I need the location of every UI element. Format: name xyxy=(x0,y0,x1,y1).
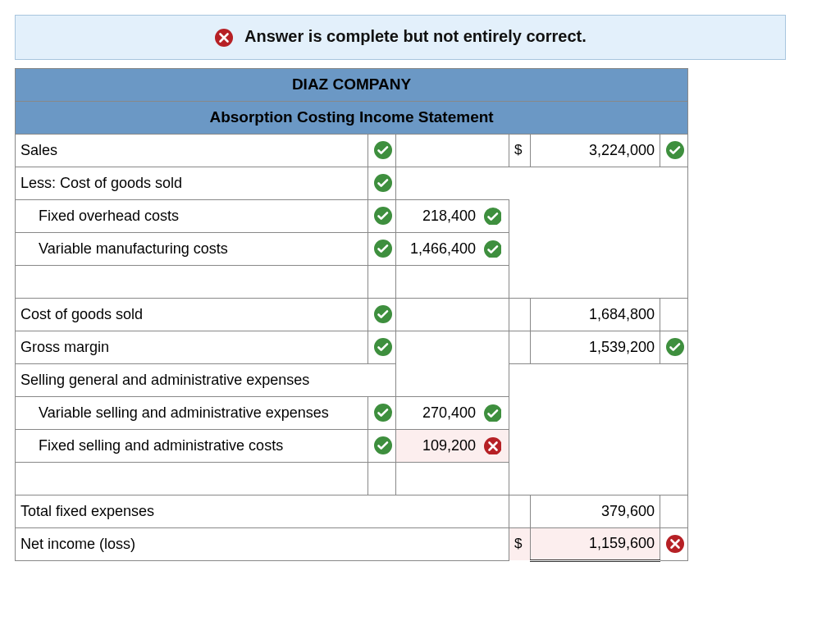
status-banner-text: Answer is complete but not entirely corr… xyxy=(244,27,587,45)
income-statement-table: DIAZ COMPANY Absorption Costing Income S… xyxy=(15,68,688,562)
row-vmc-label-mark xyxy=(368,232,396,265)
row-sales-total-mark xyxy=(660,134,688,167)
row-foh-blank xyxy=(509,199,688,232)
row-vsa-label-mark xyxy=(368,396,396,429)
row-cogs-sub[interactable] xyxy=(396,298,509,331)
row-blank2-chk xyxy=(368,462,396,495)
row-blank1-right xyxy=(509,265,688,298)
row-foh-label-mark xyxy=(368,199,396,232)
check-icon xyxy=(665,337,685,357)
check-icon xyxy=(665,140,685,160)
row-tfe-sym xyxy=(509,495,531,527)
error-icon xyxy=(483,436,501,454)
row-blank1-sub[interactable] xyxy=(396,265,509,298)
row-vmc-blank xyxy=(509,232,688,265)
row-ni-mark xyxy=(660,527,688,560)
row-ni-total[interactable]: 1,159,600 xyxy=(531,527,660,560)
row-sales-label[interactable]: Sales xyxy=(16,134,368,167)
row-gm-total-mark xyxy=(660,331,688,363)
check-icon xyxy=(373,403,393,422)
row-cogs-label[interactable]: Cost of goods sold xyxy=(16,298,368,331)
row-tfe-label[interactable]: Total fixed expenses xyxy=(16,495,509,527)
row-foh-sub[interactable]: 218,400 xyxy=(396,199,509,232)
row-sga-sub xyxy=(396,363,509,396)
row-vsa-label[interactable]: Variable selling and administrative expe… xyxy=(16,396,368,429)
row-vmc-sub[interactable]: 1,466,400 xyxy=(396,232,509,265)
check-icon xyxy=(373,337,393,357)
row-gm-label-mark xyxy=(368,331,396,363)
check-icon xyxy=(373,173,393,193)
row-vmc-label[interactable]: Variable manufacturing costs xyxy=(16,232,368,265)
row-fsa-right xyxy=(509,429,688,462)
status-banner: Answer is complete but not entirely corr… xyxy=(15,15,786,60)
row-ni-label[interactable]: Net income (loss) xyxy=(16,527,509,560)
row-fsa-label[interactable]: Fixed selling and administrative costs xyxy=(16,429,368,462)
row-cogs-sym xyxy=(509,298,531,331)
company-header: DIAZ COMPANY xyxy=(16,68,688,101)
check-icon xyxy=(373,206,393,226)
row-ni-sym: $ xyxy=(509,527,531,560)
row-less-cogs-label[interactable]: Less: Cost of goods sold xyxy=(16,167,368,199)
row-sales-label-mark xyxy=(368,134,396,167)
error-icon xyxy=(214,28,234,48)
row-sga-label[interactable]: Selling general and administrative expen… xyxy=(16,363,396,396)
row-tfe-mark xyxy=(660,495,688,527)
check-icon xyxy=(373,140,393,160)
row-fsa-label-mark xyxy=(368,429,396,462)
row-blank1-label[interactable] xyxy=(16,265,368,298)
row-sga-right xyxy=(509,363,688,396)
row-cogs-label-mark xyxy=(368,298,396,331)
check-icon xyxy=(373,239,393,258)
row-gm-sym xyxy=(509,331,531,363)
check-icon xyxy=(483,240,501,258)
error-icon xyxy=(665,534,685,554)
check-icon xyxy=(373,304,393,324)
statement-title: Absorption Costing Income Statement xyxy=(16,101,688,134)
row-less-cogs-blank xyxy=(396,167,688,199)
check-icon xyxy=(483,404,501,422)
row-cogs-total-mark xyxy=(660,298,688,331)
check-icon xyxy=(483,207,501,225)
row-gm-sub[interactable] xyxy=(396,331,509,363)
row-cogs-total[interactable]: 1,684,800 xyxy=(531,298,660,331)
row-gm-total[interactable]: 1,539,200 xyxy=(531,331,660,363)
row-foh-label[interactable]: Fixed overhead costs xyxy=(16,199,368,232)
row-tfe-total[interactable]: 379,600 xyxy=(531,495,660,527)
row-blank1-chk xyxy=(368,265,396,298)
row-blank2-right xyxy=(509,462,688,495)
row-sales-sym: $ xyxy=(509,134,531,167)
row-vsa-right xyxy=(509,396,688,429)
row-fsa-sub[interactable]: 109,200 xyxy=(396,429,509,462)
check-icon xyxy=(373,436,393,455)
row-gm-label[interactable]: Gross margin xyxy=(16,331,368,363)
row-sales-sub[interactable] xyxy=(396,134,509,167)
row-less-cogs-mark xyxy=(368,167,396,199)
row-blank2-sub[interactable] xyxy=(396,462,509,495)
row-vsa-sub[interactable]: 270,400 xyxy=(396,396,509,429)
row-blank2-label[interactable] xyxy=(16,462,368,495)
row-sales-total[interactable]: 3,224,000 xyxy=(531,134,660,167)
